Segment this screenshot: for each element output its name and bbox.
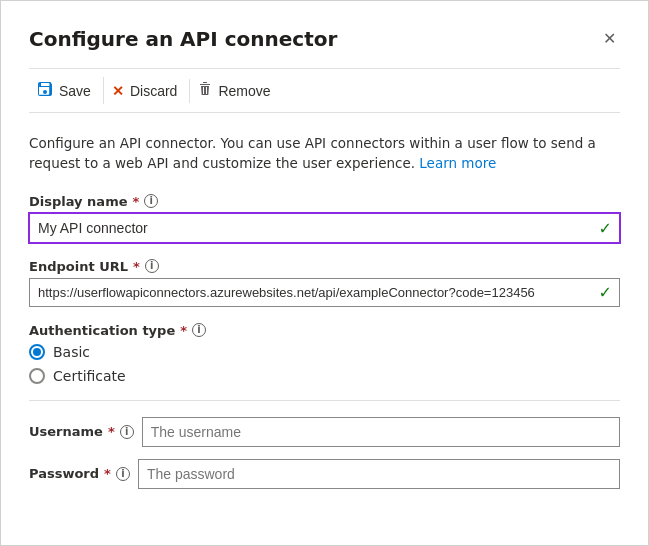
save-icon <box>37 81 53 100</box>
endpoint-url-label: Endpoint URL * i <box>29 259 620 274</box>
display-name-check-icon: ✓ <box>599 218 612 237</box>
display-name-input-wrapper: ✓ <box>29 213 620 243</box>
password-input[interactable] <box>138 459 620 489</box>
username-row: Username * i <box>29 417 620 447</box>
display-name-group: Display name * i ✓ <box>29 194 620 243</box>
display-name-info-icon[interactable]: i <box>144 194 158 208</box>
toolbar: Save ✕ Discard Remove <box>29 68 620 113</box>
dialog-title: Configure an API connector <box>29 27 337 51</box>
password-row: Password * i <box>29 459 620 489</box>
auth-type-label: Authentication type * i <box>29 323 620 338</box>
save-label: Save <box>59 83 91 99</box>
display-name-required: * <box>133 194 140 209</box>
endpoint-url-check-icon: ✓ <box>599 283 612 302</box>
discard-icon: ✕ <box>112 83 124 99</box>
close-icon: ✕ <box>603 29 616 48</box>
display-name-input[interactable] <box>29 213 620 243</box>
auth-type-radio-group: Basic Certificate <box>29 344 620 384</box>
endpoint-url-input[interactable] <box>29 278 620 307</box>
endpoint-url-required: * <box>133 259 140 274</box>
dialog-header: Configure an API connector ✕ <box>29 25 620 52</box>
description-text: Configure an API connector. You can use … <box>29 133 620 174</box>
remove-button[interactable]: Remove <box>190 77 282 104</box>
configure-api-connector-dialog: Configure an API connector ✕ Save ✕ Disc… <box>0 0 649 546</box>
auth-certificate-option[interactable]: Certificate <box>29 368 620 384</box>
auth-certificate-radio[interactable] <box>29 368 45 384</box>
username-required: * <box>108 424 115 439</box>
password-info-icon[interactable]: i <box>116 467 130 481</box>
endpoint-url-group: Endpoint URL * i ✓ <box>29 259 620 307</box>
auth-certificate-label: Certificate <box>53 368 126 384</box>
username-info-icon[interactable]: i <box>120 425 134 439</box>
auth-type-info-icon[interactable]: i <box>192 323 206 337</box>
divider <box>29 400 620 401</box>
username-label: Username * i <box>29 424 134 439</box>
discard-button[interactable]: ✕ Discard <box>104 79 190 103</box>
discard-label: Discard <box>130 83 177 99</box>
auth-basic-label: Basic <box>53 344 90 360</box>
password-label: Password * i <box>29 466 130 481</box>
endpoint-url-info-icon[interactable]: i <box>145 259 159 273</box>
remove-icon <box>198 81 212 100</box>
endpoint-url-input-wrapper: ✓ <box>29 278 620 307</box>
display-name-label: Display name * i <box>29 194 620 209</box>
save-button[interactable]: Save <box>29 77 104 104</box>
auth-type-required: * <box>180 323 187 338</box>
learn-more-link[interactable]: Learn more <box>419 155 496 171</box>
auth-basic-radio[interactable] <box>29 344 45 360</box>
close-button[interactable]: ✕ <box>599 25 620 52</box>
auth-type-group: Authentication type * i Basic Certificat… <box>29 323 620 384</box>
auth-basic-option[interactable]: Basic <box>29 344 620 360</box>
remove-label: Remove <box>218 83 270 99</box>
auth-basic-radio-dot <box>33 348 41 356</box>
password-required: * <box>104 466 111 481</box>
username-input[interactable] <box>142 417 620 447</box>
